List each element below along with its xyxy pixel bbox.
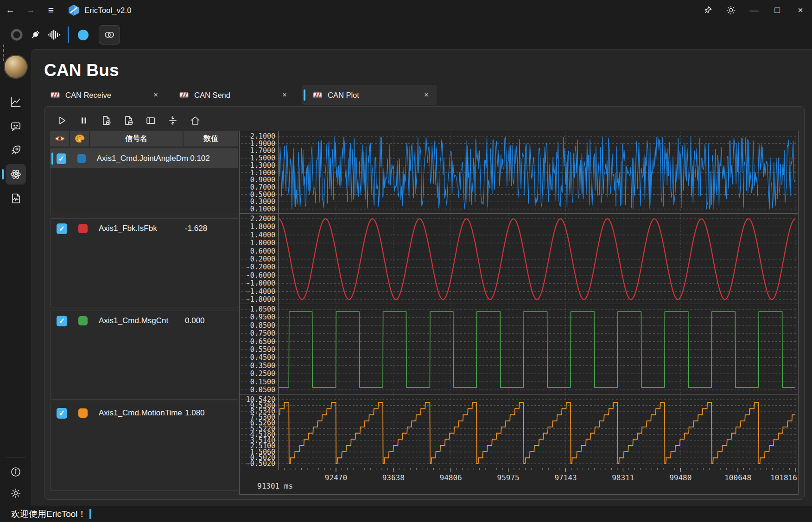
svg-text:-1.0000: -1.0000 [246,279,275,287]
signal-name: Axis1_Fbk.IsFbk [99,224,157,233]
svg-text:97143: 97143 [554,473,577,482]
palette-icon[interactable] [70,131,89,146]
connect-icon[interactable] [26,25,44,44]
pin-icon[interactable] [696,2,719,19]
signal-value: 0.102 [188,154,238,163]
svg-text:100648: 100648 [724,473,751,482]
svg-text:0.0500: 0.0500 [250,386,275,394]
tab-close-icon[interactable]: × [151,90,161,100]
back-button[interactable]: ← [0,2,20,19]
close-button[interactable]: × [789,2,812,19]
minimize-button[interactable]: — [742,2,766,19]
app-logo [68,4,80,16]
plot-card: 信号名 数值 Axis1_Cmd.JointAngleDm 0.102 [44,106,805,500]
signal-value: -1.628 [183,224,238,233]
can-device-icon [313,92,322,99]
color-swatch[interactable] [78,408,88,418]
signal-row[interactable]: Axis1_Cmd.MotionTime 1.080 [51,404,238,422]
plot-msgcnt[interactable]: 1.05000.95000.85000.75000.65000.55000.45… [240,304,798,395]
color-swatch[interactable] [78,224,88,233]
tab-can-plot[interactable]: CAN Plot × [302,85,437,105]
menu-button[interactable]: ≡ [41,2,61,19]
svg-text:-0.2000: -0.2000 [246,263,275,271]
tab-label: CAN Send [194,91,230,100]
svg-text:0.2000: 0.2000 [250,255,275,263]
toolbar-separator [68,26,69,43]
visibility-checkbox[interactable] [57,408,67,419]
svg-text:1.4000: 1.4000 [250,231,275,239]
visibility-checkbox[interactable] [57,223,67,234]
collapse-vertical-icon[interactable] [164,113,182,128]
drag-handle-dashes[interactable] [3,45,4,63]
svg-text:1.8000: 1.8000 [250,223,275,231]
svg-text:0.3500: 0.3500 [250,362,275,370]
signal-name: Axis1_Cmd.JointAngleDm [97,154,188,163]
plot-toolbar [50,110,799,131]
signal-group: Axis1_Cmd.JointAngleDm 0.102 [50,148,238,215]
tab-can-send[interactable]: CAN Send × [173,85,295,105]
play-icon[interactable] [53,113,70,128]
signal-table-header: 信号名 数值 [50,131,238,146]
main-panel: CAN Bus CAN Receive × [32,49,812,506]
signal-row[interactable]: Axis1_Fbk.IsFbk -1.628 [51,219,238,238]
svg-text:1.0000: 1.0000 [250,239,275,247]
signal-name: Axis1_Cmd.MsgCnt [99,316,168,325]
color-swatch[interactable] [78,316,88,325]
tab-label: CAN Receive [65,91,111,100]
link-icon[interactable] [99,25,120,45]
signal-table: 信号名 数值 Axis1_Cmd.JointAngleDm 0.102 [50,131,238,495]
tab-close-icon[interactable]: × [279,90,290,100]
signal-row[interactable]: Axis1_Cmd.MsgCnt 0.000 [51,312,238,330]
sidebar-item-robot[interactable] [6,116,26,136]
svg-text:95975: 95975 [497,473,520,482]
maximize-button[interactable]: □ [766,2,789,19]
settings-gear-icon[interactable] [6,483,26,503]
app-title: EricTool_v2.0 [84,6,132,15]
signal-row[interactable]: Axis1_Cmd.JointAngleDm 0.102 [51,149,238,168]
avatar[interactable] [4,55,28,79]
layout-split-icon[interactable] [142,113,159,128]
titlebar: ← → ≡ EricTool_v2.0 [0,0,812,20]
record-dot[interactable] [74,25,92,44]
waveform-icon[interactable] [44,25,63,44]
svg-text:99480: 99480 [669,473,691,482]
svg-text:0.2500: 0.2500 [250,369,275,378]
theme-toggle-icon[interactable] [719,2,742,19]
home-icon[interactable] [186,113,204,128]
sidebar-item-charts[interactable] [6,92,26,112]
plot-stack: 2.10001.90001.70001.50001.30001.10000.90… [239,131,799,495]
svg-text:98311: 98311 [612,473,634,482]
sidebar-item-log-file[interactable] [6,188,26,209]
file-minus-icon[interactable] [120,113,137,128]
plot-jointangledm[interactable]: 2.10001.90001.70001.50001.30001.10000.90… [240,131,798,214]
status-message: 欢迎使用EricTool！ [11,508,87,520]
eye-icon[interactable] [50,131,69,146]
svg-text:0.4500: 0.4500 [250,353,275,362]
pause-icon[interactable] [75,113,93,128]
svg-text:0.5500: 0.5500 [250,345,275,354]
tab-label: CAN Plot [328,91,359,100]
plot-isfbk[interactable]: 2.20001.80001.40001.00000.60000.2000-0.2… [240,214,798,304]
file-plus-icon[interactable] [97,113,115,128]
column-header-name[interactable]: 信号名 [90,131,183,146]
svg-text:-1.4000: -1.4000 [246,287,275,296]
plot-x-axis: 9247093638948069597597143983119948010064… [240,468,798,490]
visibility-checkbox[interactable] [57,153,66,164]
column-header-value[interactable]: 数值 [184,131,238,146]
signal-group: Axis1_Fbk.IsFbk -1.628 [50,218,238,307]
ring-icon[interactable] [7,25,26,44]
can-device-icon [51,92,60,99]
visibility-checkbox[interactable] [57,316,67,326]
tab-close-icon[interactable]: × [421,90,431,100]
svg-text:0.7500: 0.7500 [250,329,275,337]
svg-text:91301 ms: 91301 ms [257,482,293,490]
can-device-icon [179,92,189,99]
sidebar-item-atom[interactable] [6,164,26,185]
sidebar-item-rocket[interactable] [6,140,26,160]
forward-button[interactable]: → [20,2,41,19]
svg-text:0.1500: 0.1500 [250,378,275,386]
plot-motiontime[interactable]: 10.54209.53808.53407.53006.52605.52204.5… [240,395,798,468]
tab-can-receive[interactable]: CAN Receive × [44,85,166,105]
info-icon[interactable] [6,462,26,482]
color-swatch[interactable] [77,154,86,163]
